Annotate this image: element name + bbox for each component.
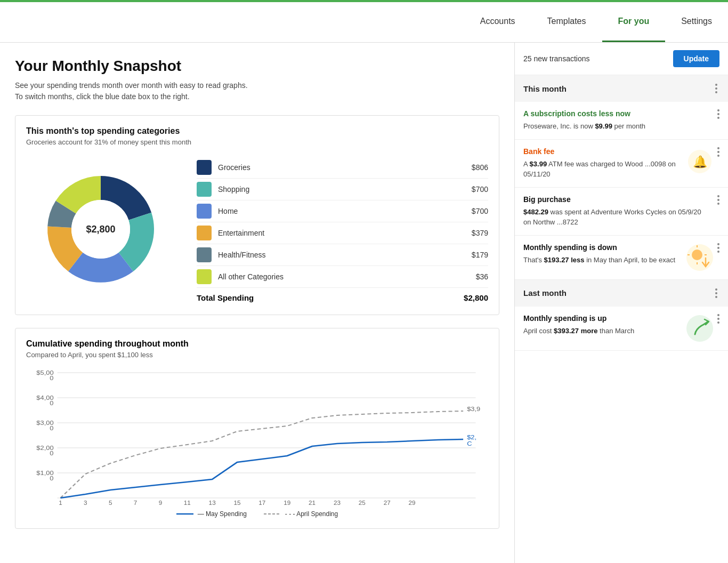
- insight-bank-fee: Bank fee A $3.99 ATM fee was charged to …: [515, 140, 728, 188]
- svg-text:19: 19: [284, 500, 290, 506]
- svg-text:🔔: 🔔: [693, 155, 708, 169]
- svg-text:$2,: $2,: [467, 434, 476, 441]
- legend-name-other: All other Categories: [218, 272, 476, 281]
- legend-value-other: $36: [476, 272, 488, 281]
- svg-text:1: 1: [59, 500, 62, 506]
- insight-big-purchase-title: Big purchase: [523, 195, 709, 204]
- insight-spending-up-title: Monthly spending is up: [523, 314, 680, 323]
- left-panel: Your Monthly Snapshot See your spending …: [0, 43, 515, 563]
- svg-text:11: 11: [184, 500, 191, 506]
- legend-row-home: Home $700: [197, 200, 488, 222]
- total-label: Total Spending: [197, 293, 254, 302]
- svg-point-40: [692, 250, 702, 260]
- tab-templates[interactable]: Templates: [531, 2, 602, 42]
- chart-subtitle: Compared to April, you spent $1,100 less: [26, 351, 488, 359]
- legend-value-home: $700: [472, 207, 488, 215]
- tab-accounts[interactable]: Accounts: [464, 2, 531, 42]
- svg-text:3: 3: [84, 500, 87, 506]
- last-month-header: Last month: [515, 280, 728, 307]
- legend-table: Groceries $806 Shopping $700 Home $700: [197, 157, 488, 302]
- nav-tabs: Accounts Templates For you Settings: [464, 0, 728, 42]
- insight-bank-fee-body: A $3.99 ATM fee was charged to Wood ...0…: [523, 159, 680, 180]
- this-month-menu[interactable]: [713, 82, 719, 95]
- svg-text:0: 0: [50, 475, 54, 482]
- svg-point-46: [686, 315, 713, 342]
- donut-section: $2,800 Groceries $806 Shopping $700: [26, 155, 488, 304]
- legend-value-shopping: $700: [472, 185, 488, 194]
- update-bar: 25 new transactions Update: [515, 43, 728, 75]
- legend-total-row: Total Spending $2,800: [197, 288, 488, 302]
- may-legend-label: — May Spending: [198, 510, 247, 518]
- svg-text:25: 25: [359, 500, 366, 506]
- svg-text:29: 29: [409, 500, 416, 506]
- legend-name-home: Home: [218, 207, 472, 215]
- insight-big-purchase-body: $482.29 was spent at Adventure Works Cyc…: [523, 207, 709, 228]
- insight-spending-up-content: Monthly spending is up April cost $393.2…: [523, 314, 685, 336]
- insight-bank-fee-content: Bank fee A $3.99 ATM fee was charged to …: [523, 147, 685, 180]
- this-month-header: This month: [515, 75, 728, 102]
- svg-text:0: 0: [50, 450, 54, 457]
- legend-name-shopping: Shopping: [218, 185, 472, 194]
- legend-row-other: All other Categories $36: [197, 266, 488, 288]
- spending-card-subtitle: Groceries account for 31% of money spent…: [26, 138, 488, 146]
- page-subtitle: See your spending trends month over mont…: [15, 80, 499, 102]
- insight-spending-down-body: That's $193.27 less in May than April, t…: [523, 255, 680, 266]
- top-navigation: Accounts Templates For you Settings: [0, 0, 728, 43]
- legend-color-shopping: [197, 182, 212, 197]
- legend-name-groceries: Groceries: [218, 163, 472, 172]
- insight-subscription-content: A subscription costs less now Proseware,…: [523, 109, 714, 132]
- legend-color-health: [197, 247, 212, 262]
- insight-big-purchase-actions[interactable]: [714, 195, 719, 205]
- legend-name-health: Health/Fitness: [218, 251, 472, 259]
- bank-fee-icon: 🔔: [685, 147, 714, 176]
- insight-spending-up-body: April cost $393.27 more than March: [523, 326, 680, 336]
- legend-value-groceries: $806: [472, 163, 488, 172]
- svg-text:7: 7: [134, 500, 137, 506]
- cumulative-spending-card: Cumulative spending throughout month Com…: [15, 328, 499, 529]
- last-month-menu[interactable]: [713, 286, 719, 300]
- svg-text:0: 0: [50, 375, 54, 382]
- main-layout: Your Monthly Snapshot See your spending …: [0, 43, 728, 563]
- right-panel: 25 new transactions Update This month A …: [515, 43, 728, 563]
- update-button[interactable]: Update: [673, 50, 719, 67]
- insight-subscription-title: A subscription costs less now: [523, 109, 709, 118]
- insight-spending-down-actions[interactable]: [714, 243, 719, 253]
- spending-down-icon: [685, 243, 714, 272]
- svg-text:0: 0: [50, 400, 54, 407]
- legend-color-other: [197, 269, 212, 284]
- insight-bank-fee-actions[interactable]: [714, 147, 719, 157]
- legend-row-entertainment: Entertainment $379: [197, 222, 488, 244]
- tab-settings[interactable]: Settings: [665, 2, 728, 42]
- legend-name-entertainment: Entertainment: [218, 229, 472, 237]
- insight-big-purchase-content: Big purchase $482.29 was spent at Advent…: [523, 195, 714, 228]
- svg-text:23: 23: [334, 500, 341, 506]
- svg-text:27: 27: [384, 500, 391, 506]
- insight-bank-fee-title: Bank fee: [523, 147, 680, 156]
- legend-value-entertainment: $379: [472, 229, 488, 237]
- legend-row-groceries: Groceries $806: [197, 157, 488, 179]
- tab-foryou[interactable]: For you: [602, 2, 666, 42]
- svg-text:5: 5: [109, 500, 112, 506]
- april-legend: - - - April Spending: [264, 510, 338, 518]
- spending-up-icon: [685, 314, 714, 343]
- svg-text:C: C: [467, 440, 472, 447]
- legend-color-home: [197, 204, 212, 219]
- svg-text:$3,9: $3,9: [467, 406, 480, 413]
- donut-chart: $2,800: [26, 155, 175, 304]
- svg-text:9: 9: [159, 500, 163, 506]
- svg-text:13: 13: [209, 500, 216, 506]
- insight-subscription-body: Proseware, Inc. is now $9.99 per month: [523, 121, 709, 132]
- insight-spending-down-content: Monthly spending is down That's $193.27 …: [523, 243, 685, 266]
- chart-title: Cumulative spending throughout month: [26, 339, 488, 349]
- insight-spending-up-actions[interactable]: [714, 314, 719, 324]
- insight-subscription-actions[interactable]: [714, 109, 719, 119]
- legend-row-shopping: Shopping $700: [197, 179, 488, 200]
- total-value: $2,800: [464, 293, 488, 302]
- donut-center-label: $2,800: [86, 224, 115, 235]
- svg-text:0: 0: [50, 425, 54, 432]
- may-legend: — May Spending: [176, 510, 247, 518]
- new-transactions-text: 25 new transactions: [523, 54, 590, 63]
- page-title: Your Monthly Snapshot: [15, 58, 499, 75]
- line-chart: $5,00 0 $4,00 0 $3,00 0 $2,00 0 $1,00 0 …: [26, 367, 488, 506]
- legend-color-groceries: [197, 160, 212, 175]
